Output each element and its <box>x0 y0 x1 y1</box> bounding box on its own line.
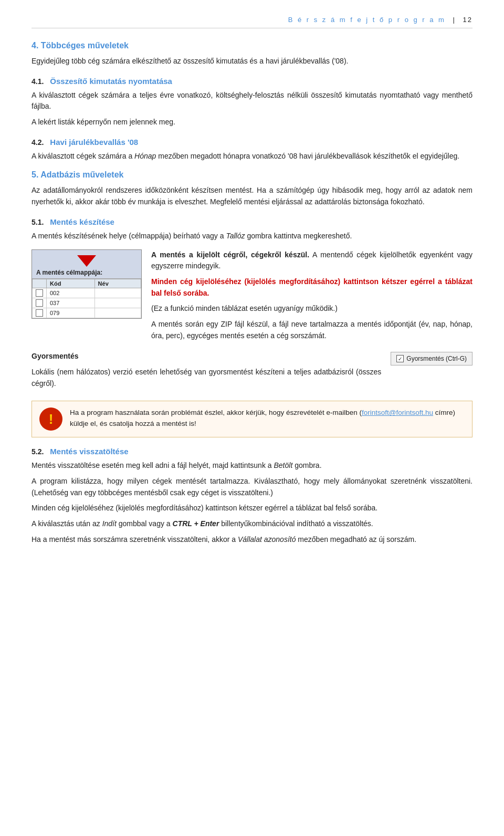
right-para2: (Ez a funkció minden táblázat esetén ugy… <box>151 303 472 315</box>
right-para-bold: A mentés a kijelölt cégről, cégekről kés… <box>151 249 472 272</box>
table-row: 037 <box>33 298 141 308</box>
screenshot-box: A mentés célmappája: Kód Név <box>32 249 142 319</box>
gyorsmentest-checkbox-icon <box>396 355 404 362</box>
table-row: 079 <box>33 308 141 318</box>
section-41-header: 4.1. Összesítő kimutatás nyomtatása <box>32 77 472 86</box>
table-cell-kod: 002 <box>47 288 95 298</box>
table-cell-kod: 079 <box>47 308 95 318</box>
section-51-header: 5.1. Mentés készítése <box>32 217 472 226</box>
section-52-para3: Minden cég kijelöléséhez (kijelölés megf… <box>32 503 472 514</box>
table-col-checkbox <box>33 279 47 288</box>
gyorsmentest-para: Lokális (nem hálózatos) verzió esetén le… <box>32 367 381 389</box>
section-41: 4.1. Összesítő kimutatás nyomtatása A ki… <box>32 77 472 128</box>
screenshot-table: Kód Név 002 037 <box>32 279 141 318</box>
section-51-title: Mentés készítése <box>50 217 114 226</box>
warning-link[interactable]: forintsoft@forintsoft.hu <box>362 409 433 416</box>
section-41-para1: A kiválasztott cégek számára a teljes év… <box>32 90 472 112</box>
table-cell-checkbox <box>33 288 47 298</box>
right-para-red: Minden cég kijelöléséhez (kijelölés megf… <box>151 276 472 299</box>
section-51-number: 5.1. <box>32 218 44 226</box>
section-42-title: Havi járulékbevallás '08 <box>50 138 138 147</box>
section-5-title: 5. Adatbázis műveletek <box>32 170 472 180</box>
section-4-title: 4. Többcéges műveletek <box>32 41 472 50</box>
section-52: 5.2. Mentés visszatöltése Mentés visszat… <box>32 447 472 545</box>
warning-block: ! Ha a program használata során problémá… <box>32 401 472 437</box>
section-52-header: 5.2. Mentés visszatöltése <box>32 447 472 456</box>
red-arrow-icon <box>77 255 96 267</box>
table-cell-checkbox <box>33 298 47 308</box>
section-42-number: 4.2. <box>32 138 44 147</box>
header-title: B é r s z á m f e j t ő p r o g r a m <box>288 16 446 24</box>
section-42-para1: A kiválasztott cégek számára a Hónap mez… <box>32 151 472 162</box>
section-5-para1: Az adatállományokról rendszeres időközön… <box>32 185 472 207</box>
warning-text: Ha a program használata során problémát … <box>70 407 465 430</box>
header-page-number: 12 <box>463 16 472 24</box>
gyorsmentest-heading: Gyorsmentés <box>32 351 381 362</box>
gyorsmentest-text: Gyorsmentés Lokális (nem hálózatos) verz… <box>32 351 381 393</box>
section-52-title: Mentés visszatöltése <box>50 447 128 456</box>
section-52-para5: Ha a mentést más sorszámra szeretnénk vi… <box>32 534 472 546</box>
gyorsmentest-checkbox-area[interactable]: Gyorsmentés (Ctrl-G) <box>391 352 472 365</box>
section-42: 4.2. Havi járulékbevallás '08 A kiválasz… <box>32 138 472 162</box>
table-col-kod: Kód <box>47 279 95 288</box>
section-52-para4: A kiválasztás után az Indít gombbal vagy… <box>32 518 472 530</box>
section-41-para2: A lekért listák képernyőn nem jelennek m… <box>32 117 472 128</box>
section-51-para1: A mentés készítésének helye (célmappája)… <box>32 231 472 242</box>
table-col-nev: Név <box>94 279 141 288</box>
screenshot-header: A mentés célmappája: <box>32 250 141 279</box>
section-52-para2: A program kilistázza, hogy milyen cégek … <box>32 476 472 498</box>
section-5: 5. Adatbázis műveletek Az adatállományok… <box>32 170 472 207</box>
gyorsmentest-label: Gyorsmentés (Ctrl-G) <box>406 355 467 362</box>
gyorsmentest-section: Gyorsmentés Lokális (nem hálózatos) verz… <box>32 351 472 393</box>
warning-icon: ! <box>39 407 62 431</box>
section-51-right-col: A mentés a kijelölt cégről, cégekről kés… <box>151 249 472 346</box>
section-51: 5.1. Mentés készítése A mentés készítésé… <box>32 217 472 438</box>
right-para3: A mentés során egy ZIP fájl készül, a fá… <box>151 319 472 341</box>
table-cell-nev <box>94 298 141 308</box>
checkbox-icon <box>36 299 43 307</box>
table-row: 002 <box>33 288 141 298</box>
section-4-intro: Egyidejűleg több cég számára elkészíthet… <box>32 56 472 67</box>
table-cell-nev <box>94 288 141 298</box>
section-41-number: 4.1. <box>32 77 44 86</box>
table-header-row: Kód Név <box>33 279 141 288</box>
page: B é r s z á m f e j t ő p r o g r a m | … <box>0 0 504 836</box>
arrow-box <box>36 252 137 269</box>
section-52-para1: Mentés visszatöltése esetén meg kell adn… <box>32 460 472 472</box>
table-cell-checkbox <box>33 308 47 318</box>
checkbox-icon <box>36 309 43 317</box>
table-cell-nev <box>94 308 141 318</box>
section-51-left-col: A mentés célmappája: Kód Név <box>32 249 142 346</box>
section-51-columns: A mentés célmappája: Kód Név <box>32 249 472 346</box>
section-4: 4. Többcéges műveletek Egyidejűleg több … <box>32 41 472 67</box>
page-header: B é r s z á m f e j t ő p r o g r a m | … <box>32 16 472 28</box>
header-separator: | <box>450 16 459 24</box>
checkbox-icon <box>36 289 43 297</box>
section-52-number: 5.2. <box>32 447 44 456</box>
table-cell-kod: 037 <box>47 298 95 308</box>
section-42-header: 4.2. Havi járulékbevallás '08 <box>32 138 472 147</box>
section-41-title: Összesítő kimutatás nyomtatása <box>50 77 172 86</box>
